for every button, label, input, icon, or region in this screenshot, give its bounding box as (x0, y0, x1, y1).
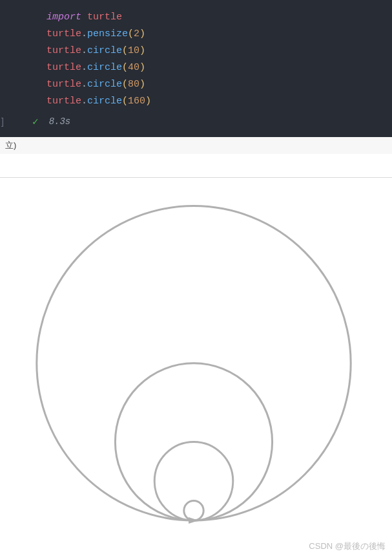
watermark-text: CSDN @最後の後悔 (309, 540, 386, 552)
turtle-arrow-icon (189, 517, 199, 524)
execution-status-bar: ] ✓ 8.3s (0, 110, 392, 131)
code-line[interactable]: turtle.circle(10) (0, 43, 392, 59)
code-editor[interactable]: import turtleturtle.pensize(2)turtle.cir… (0, 0, 392, 137)
cell-bracket: ] (1, 116, 4, 127)
code-line[interactable]: import turtle (0, 9, 392, 26)
code-line[interactable]: turtle.pensize(2) (0, 26, 392, 43)
output-header-fragment: 立) (0, 137, 392, 154)
turtle-circle (154, 442, 233, 520)
execution-time-label: 8.3s (49, 116, 71, 127)
code-line[interactable]: turtle.circle(40) (0, 59, 392, 76)
turtle-canvas (0, 178, 392, 540)
turtle-circle (184, 501, 203, 520)
code-line[interactable]: turtle.circle(160) (0, 93, 392, 110)
code-line[interactable]: turtle.circle(80) (0, 76, 392, 93)
turtle-output-svg (0, 178, 392, 540)
success-check-icon: ✓ (32, 115, 39, 128)
